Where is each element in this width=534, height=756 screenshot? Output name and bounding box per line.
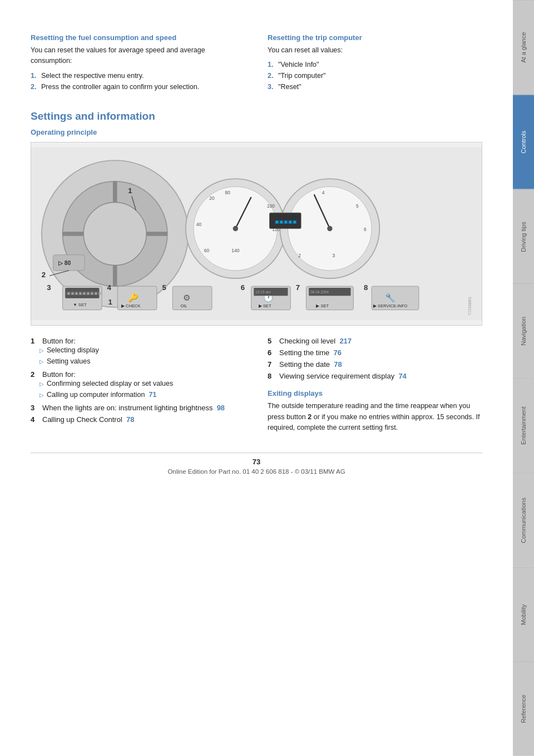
svg-text:▷ 80: ▷ 80	[58, 260, 71, 266]
item-1: 1 Button for: ▷ Selecting display ▷ Sett…	[31, 337, 245, 367]
item-5: 5 Checking oil level 217	[268, 337, 482, 345]
fuel-step-2: 2. Press the controller again to confirm…	[31, 81, 245, 92]
svg-point-35	[327, 226, 332, 231]
svg-text:10:15 am: 10:15 am	[255, 291, 271, 294]
svg-text:2: 2	[298, 253, 301, 259]
svg-text:5: 5	[356, 203, 359, 209]
trip-computer-section: Resetting the trip computer You can rese…	[268, 33, 482, 92]
svg-point-25	[233, 226, 238, 231]
trip-step-2: 2. "Trip computer"	[268, 70, 482, 81]
footer-text: Online Edition for Part no. 01 40 2 606 …	[167, 468, 345, 475]
svg-text:4: 4	[107, 283, 112, 292]
fuel-heading: Resetting the fuel consumption and speed	[31, 33, 245, 42]
page-number: 73	[31, 458, 482, 466]
svg-text:🔑: 🔑	[128, 293, 139, 303]
item-2-sub-1: ▷ Confirming selected display or set val…	[39, 379, 245, 389]
fuel-body: You can reset the values for average spe…	[31, 45, 245, 67]
dashboard-image: ▷ 80 2 1 1 80 100 120 140 60 40	[31, 142, 482, 326]
tab-driving-tips[interactable]: Driving tips	[513, 189, 534, 284]
svg-text:8: 8	[364, 283, 368, 292]
items-right: 5 Checking oil level 217 6 Setting the t…	[268, 337, 482, 436]
svg-text:1: 1	[108, 298, 112, 307]
tab-mobility[interactable]: Mobility	[513, 567, 534, 662]
trip-steps: 1. "Vehicle Info" 2. "Trip computer" 3. …	[268, 59, 482, 92]
tab-navigation[interactable]: Navigation	[513, 283, 534, 378]
svg-text:▼ SET: ▼ SET	[73, 302, 87, 307]
svg-point-3	[83, 203, 146, 266]
svg-text:🔧: 🔧	[385, 293, 395, 303]
settings-title: Settings and information	[31, 110, 482, 122]
svg-text:80: 80	[225, 190, 230, 196]
item-1-sub-1: ▷ Selecting display	[39, 345, 245, 356]
tab-controls[interactable]: Controls	[513, 95, 534, 189]
svg-text:20: 20	[209, 195, 215, 201]
item-1-sub-2: ▷ Setting values	[39, 356, 245, 367]
svg-text:4: 4	[322, 190, 325, 196]
exiting-displays-section: Exiting displays The outside temperature…	[268, 389, 482, 433]
svg-text:08.04.2004: 08.04.2004	[310, 291, 329, 294]
item-2: 2 Button for: ▷ Confirming selected disp…	[31, 370, 245, 400]
svg-text:⚙: ⚙	[183, 293, 190, 302]
svg-text:T72338901: T72338901	[468, 297, 472, 316]
svg-text:40: 40	[196, 222, 202, 227]
trip-step-1: 1. "Vehicle Info"	[268, 59, 482, 70]
svg-text:60: 60	[204, 248, 210, 253]
item-3: 3 When the lights are on: instrument lig…	[31, 404, 245, 412]
item-7: 7 Setting the date 78	[268, 360, 482, 369]
operating-principle-heading: Operating principle	[31, 128, 482, 136]
svg-text:6: 6	[241, 283, 245, 292]
exiting-body: The outside temperature reading and the …	[268, 401, 482, 433]
svg-text:3: 3	[333, 253, 335, 259]
footer: 73 Online Edition for Part no. 01 40 2 6…	[31, 453, 482, 475]
tab-reference[interactable]: Reference	[513, 661, 534, 756]
fuel-consumption-section: Resetting the fuel consumption and speed…	[31, 33, 245, 92]
tab-at-a-glance[interactable]: At a glance	[513, 0, 534, 95]
item-8: 8 Viewing service requirement display 74	[268, 372, 482, 380]
svg-text:OIL: OIL	[180, 303, 187, 308]
item-4: 4 Calling up Check Control 78	[31, 415, 245, 424]
svg-text:▶ SET: ▶ SET	[259, 303, 271, 308]
trip-heading: Resetting the trip computer	[268, 33, 482, 42]
tab-bar: At a glance Controls Driving tips Naviga…	[513, 0, 534, 756]
trip-body: You can reset all values:	[268, 45, 482, 56]
tab-communications[interactable]: Communications	[513, 473, 534, 567]
svg-text:3: 3	[47, 283, 51, 292]
item-6: 6 Setting the time 76	[268, 348, 482, 357]
exiting-heading: Exiting displays	[268, 389, 482, 397]
svg-text:2: 2	[42, 271, 46, 279]
svg-text:1: 1	[128, 187, 132, 195]
svg-text:5: 5	[162, 283, 166, 292]
trip-step-3: 3. "Reset"	[268, 81, 482, 92]
svg-text:▶ SET: ▶ SET	[316, 303, 329, 308]
item-2-sub-2: ▷ Calling up computer information 71	[39, 390, 245, 400]
svg-text:▣▣▣▣▣▣▣▣▣: ▣▣▣▣▣▣▣▣▣	[67, 292, 102, 296]
fuel-step-1: 1. Select the respective menu entry.	[31, 70, 245, 81]
svg-rect-47	[172, 287, 212, 310]
svg-text:7: 7	[296, 283, 300, 292]
svg-text:▣▣▣▣▣: ▣▣▣▣▣	[275, 219, 297, 225]
svg-text:6: 6	[364, 227, 367, 233]
svg-text:100: 100	[267, 203, 275, 209]
svg-text:140: 140	[231, 248, 239, 253]
tab-entertainment[interactable]: Entertainment	[513, 378, 534, 473]
svg-text:▶ CHECK: ▶ CHECK	[121, 303, 140, 308]
svg-text:▶ SERVICE-INFO: ▶ SERVICE-INFO	[373, 303, 408, 308]
fuel-steps: 1. Select the respective menu entry. 2. …	[31, 70, 245, 92]
items-left: 1 Button for: ▷ Selecting display ▷ Sett…	[31, 337, 245, 436]
